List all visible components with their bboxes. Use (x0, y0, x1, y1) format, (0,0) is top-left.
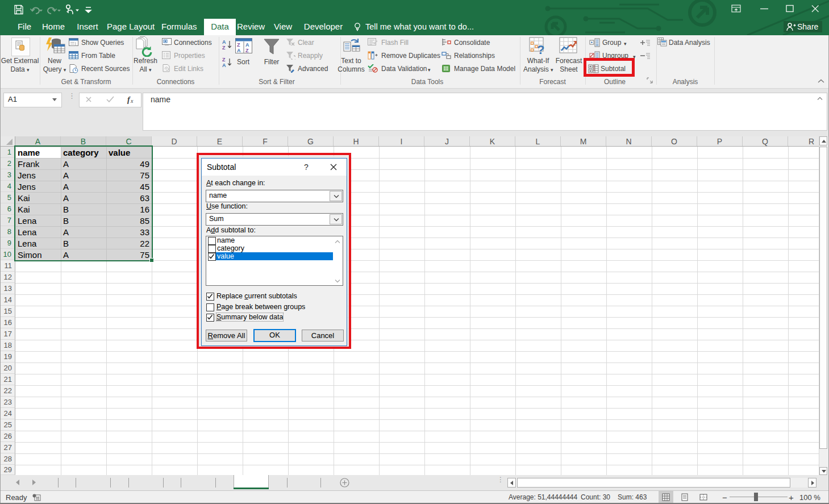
svg-text:x: x (130, 98, 134, 104)
svg-text:?: ? (537, 43, 544, 56)
svg-text:Z: Z (245, 48, 249, 53)
svg-text:Z: Z (222, 45, 226, 51)
svg-text:A: A (237, 48, 241, 53)
svg-text:A: A (222, 39, 226, 45)
svg-text:A: A (245, 42, 249, 48)
svg-text:Z: Z (222, 57, 226, 63)
svg-text:Z: Z (237, 42, 240, 48)
svg-text:A: A (222, 63, 226, 68)
